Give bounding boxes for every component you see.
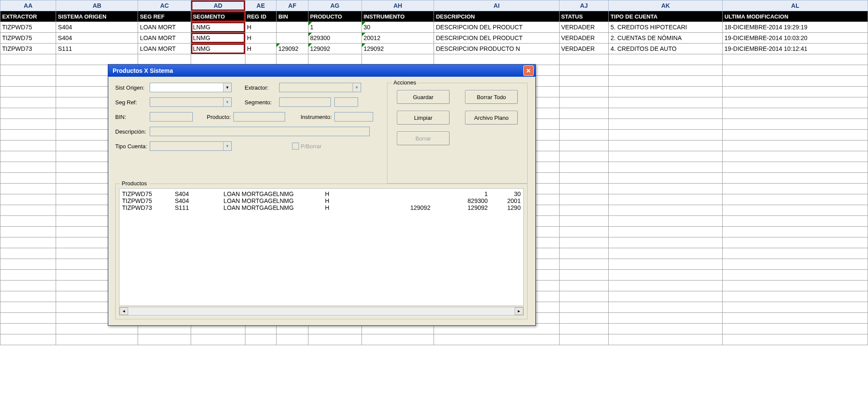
cell[interactable]: [0, 259, 56, 270]
cell[interactable]: 19-DICIEMBRE-2014 10:12:41: [723, 44, 868, 54]
cell[interactable]: [723, 173, 868, 184]
cell[interactable]: [723, 270, 868, 281]
cell[interactable]: LOAN MORT: [138, 22, 191, 33]
archivo-plano-button[interactable]: Archivo Plano: [465, 111, 518, 125]
cell[interactable]: [0, 302, 56, 313]
cell[interactable]: [0, 270, 56, 281]
data-header[interactable]: REG ID: [245, 11, 277, 22]
cell[interactable]: [0, 151, 56, 162]
cell[interactable]: [559, 270, 609, 281]
cell[interactable]: [723, 87, 868, 97]
cell[interactable]: 1: [308, 22, 362, 33]
cell[interactable]: [559, 334, 609, 345]
cell[interactable]: [723, 119, 868, 130]
cell[interactable]: [609, 194, 723, 205]
cell[interactable]: [559, 76, 609, 87]
limpiar-button[interactable]: Limpiar: [397, 111, 450, 125]
cell[interactable]: [723, 324, 868, 334]
cell[interactable]: [609, 173, 723, 184]
cell[interactable]: [362, 54, 434, 65]
cell[interactable]: 5. CREDITOS HIPOTECARI: [609, 22, 723, 33]
dialog-titlebar[interactable]: Productos X Sistema ✕: [108, 65, 535, 77]
column-header-AJ[interactable]: AJ: [559, 0, 609, 11]
cell[interactable]: [559, 259, 609, 270]
cell[interactable]: [0, 130, 56, 140]
cell[interactable]: [609, 119, 723, 130]
cell[interactable]: [723, 151, 868, 162]
cell[interactable]: [609, 334, 723, 345]
cell[interactable]: [308, 54, 362, 65]
cell[interactable]: [559, 119, 609, 130]
cell[interactable]: [609, 302, 723, 313]
cell[interactable]: [277, 334, 308, 345]
cell[interactable]: LOAN MORT: [138, 44, 191, 54]
cell[interactable]: [0, 76, 56, 87]
cell[interactable]: [0, 184, 56, 194]
cell[interactable]: [609, 54, 723, 65]
cell[interactable]: [138, 54, 191, 65]
column-header-AE[interactable]: AE: [245, 0, 277, 11]
cell[interactable]: [56, 334, 138, 345]
cell[interactable]: [723, 313, 868, 324]
data-header[interactable]: EXTRACTOR: [0, 11, 56, 22]
cell[interactable]: [609, 140, 723, 151]
cell[interactable]: 19-DICIEMBRE-2014 10:03:20: [723, 33, 868, 44]
cell[interactable]: [723, 184, 868, 194]
cell[interactable]: LNMG: [191, 22, 245, 33]
cell[interactable]: [559, 248, 609, 259]
cell[interactable]: [277, 33, 308, 44]
combo-sist-origen[interactable]: ▼: [150, 83, 232, 92]
cell[interactable]: [0, 334, 56, 345]
cell[interactable]: [0, 87, 56, 97]
cell[interactable]: [559, 313, 609, 324]
column-header-AH[interactable]: AH: [362, 0, 434, 11]
cell[interactable]: [609, 313, 723, 324]
cell[interactable]: [609, 162, 723, 173]
cell[interactable]: [559, 173, 609, 184]
cell[interactable]: [723, 97, 868, 108]
guardar-button[interactable]: Guardar: [397, 90, 450, 104]
cell[interactable]: [0, 65, 56, 76]
cell[interactable]: [138, 334, 191, 345]
cell[interactable]: LNMG: [191, 44, 245, 54]
cell[interactable]: [723, 194, 868, 205]
data-header[interactable]: BIN: [277, 11, 308, 22]
cell[interactable]: [609, 259, 723, 270]
cell[interactable]: 829300: [308, 33, 362, 44]
cell[interactable]: [723, 302, 868, 313]
data-header[interactable]: DESCRIPCION: [434, 11, 559, 22]
cell[interactable]: [559, 162, 609, 173]
cell[interactable]: [559, 65, 609, 76]
cell[interactable]: [559, 216, 609, 227]
cell[interactable]: S111: [56, 44, 138, 54]
cell[interactable]: 20012: [362, 33, 434, 44]
productos-row[interactable]: TIZPWD75S404LOAN MORTGAGELNMGH8293002001: [122, 197, 521, 204]
cell[interactable]: DESCRIPCION PRODUCTO N: [434, 44, 559, 54]
cell[interactable]: [609, 237, 723, 248]
close-icon[interactable]: ✕: [523, 66, 534, 76]
cell[interactable]: [434, 54, 559, 65]
cell[interactable]: [609, 216, 723, 227]
cell[interactable]: [723, 162, 868, 173]
cell[interactable]: TIZPWD75: [0, 22, 56, 33]
cell[interactable]: [0, 54, 56, 65]
cell[interactable]: S404: [56, 33, 138, 44]
cell[interactable]: 129092: [277, 44, 308, 54]
cell[interactable]: [0, 281, 56, 291]
column-header-AI[interactable]: AI: [434, 0, 559, 11]
cell[interactable]: [362, 334, 434, 345]
cell[interactable]: [723, 216, 868, 227]
cell[interactable]: [0, 119, 56, 130]
cell[interactable]: [0, 227, 56, 237]
cell[interactable]: 129092: [362, 44, 434, 54]
cell[interactable]: [723, 65, 868, 76]
cell[interactable]: [559, 97, 609, 108]
cell[interactable]: [0, 194, 56, 205]
cell[interactable]: [723, 140, 868, 151]
cell[interactable]: [559, 184, 609, 194]
cell[interactable]: TIZPWD75: [0, 33, 56, 44]
cell[interactable]: [0, 313, 56, 324]
cell[interactable]: [308, 334, 362, 345]
cell[interactable]: TIZPWD73: [0, 44, 56, 54]
cell[interactable]: [609, 108, 723, 119]
